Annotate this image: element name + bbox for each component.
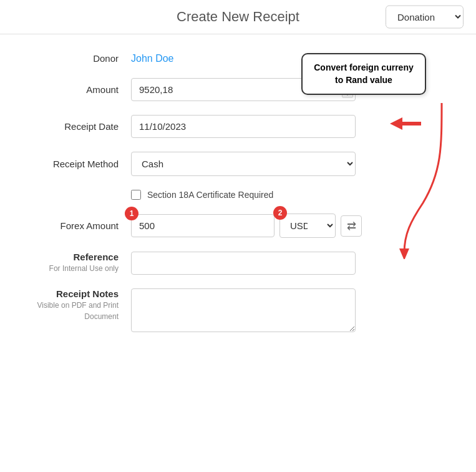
notes-label: Receipt Notes: [25, 288, 119, 299]
receipt-method-label: Receipt Method: [53, 159, 119, 169]
donor-name[interactable]: John Doe: [131, 53, 174, 64]
receipt-type-dropdown-container: Donation General Other: [386, 6, 464, 29]
reference-input[interactable]: [131, 252, 356, 275]
notes-row: Receipt Notes Visible on PDF and Print D…: [25, 288, 451, 335]
page-header: Create New Receipt Donation General Othe…: [0, 0, 476, 34]
currency-select[interactable]: USD EUR GBP AUD: [279, 214, 336, 238]
page-title: Create New Receipt: [177, 9, 299, 25]
forex-row: Forex Amount 1 2 USD EUR GBP AUD ⇄: [25, 214, 451, 238]
main-content: Convert foreign curreny to Rand value Do…: [0, 34, 476, 367]
receipt-method-label-col: Receipt Method: [25, 159, 131, 170]
receipt-date-label-col: Receipt Date: [25, 121, 131, 132]
donor-label-col: Donor: [25, 53, 131, 64]
forex-label: Forex Amount: [61, 220, 119, 231]
convert-icon: ⇄: [347, 219, 356, 233]
step-badge-1: 1: [125, 207, 138, 220]
currency-wrapper: 2 USD EUR GBP AUD: [279, 214, 336, 238]
receipt-type-select[interactable]: Donation General Other: [386, 6, 464, 29]
convert-currency-button[interactable]: ⇄: [341, 215, 362, 237]
receipt-method-input-col: Cash EFT Credit Card Cheque: [131, 152, 451, 176]
forex-amount-wrapper: 1: [131, 214, 274, 237]
section18a-checkbox[interactable]: [131, 190, 141, 200]
forex-amount-input[interactable]: [131, 214, 274, 237]
step-badge-2: 2: [273, 206, 287, 220]
reference-label: Reference: [25, 252, 119, 262]
reference-input-col: [131, 252, 451, 275]
donor-label: Donor: [93, 53, 119, 64]
receipt-method-row: Receipt Method Cash EFT Credit Card Cheq…: [25, 152, 451, 176]
receipt-method-select[interactable]: Cash EFT Credit Card Cheque: [131, 152, 356, 176]
notes-sub-label: Visible on PDF and Print Document: [37, 301, 119, 321]
amount-label-col: Amount: [25, 84, 131, 96]
receipt-date-input[interactable]: [131, 115, 356, 138]
section18a-label[interactable]: Section 18A Certificate Required: [147, 190, 273, 200]
reference-sub-label: For Internal Use only: [49, 264, 119, 273]
tooltip-text: Convert foreign curreny to Rand value: [314, 62, 413, 85]
receipt-date-label: Receipt Date: [64, 121, 119, 132]
amount-label: Amount: [86, 84, 119, 95]
notes-label-col: Receipt Notes Visible on PDF and Print D…: [25, 288, 131, 322]
forex-label-col: Forex Amount: [25, 220, 131, 232]
notes-textarea[interactable]: [131, 288, 356, 332]
reference-label-col: Reference For Internal Use only: [25, 252, 131, 273]
receipt-date-row: Receipt Date: [25, 115, 451, 138]
section18a-row: Section 18A Certificate Required: [131, 190, 451, 200]
notes-input-col: [131, 288, 451, 335]
reference-row: Reference For Internal Use only: [25, 252, 451, 275]
receipt-date-input-col: [131, 115, 451, 138]
tooltip-box: Convert foreign curreny to Rand value: [301, 53, 426, 95]
forex-inputs: 1 2 USD EUR GBP AUD ⇄: [131, 214, 362, 238]
